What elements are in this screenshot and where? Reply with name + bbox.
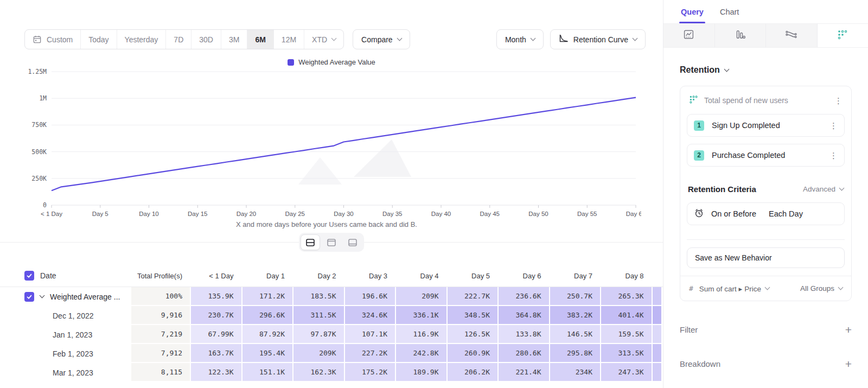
advanced-dropdown[interactable]: Advanced — [803, 185, 844, 193]
metric-dropdown[interactable]: Sum of cart ▸ Price — [699, 284, 769, 293]
table-row[interactable]: Dec 1, 20229,916230.7K296.6K311.5K324.6K… — [0, 306, 663, 325]
column-header-date: Date — [0, 265, 131, 287]
column-header: Day 3 — [344, 265, 395, 287]
column-header: Day 8 — [600, 265, 652, 287]
range-custom[interactable]: Custom — [25, 30, 81, 49]
retention-curve-icon — [559, 34, 569, 44]
total-profiles-cell: 7,912 — [131, 344, 190, 363]
checkbox-checked[interactable] — [24, 271, 34, 281]
x-axis-label: Day 5 — [92, 211, 108, 217]
retention-value-cell: 209K — [395, 287, 446, 306]
table-row[interactable]: Weighted Average ...100%135.9K171.2K183.… — [0, 287, 663, 306]
save-as-new-behavior-button[interactable]: Save as New Behavior — [687, 247, 845, 268]
add-breakdown-button[interactable]: + — [845, 358, 852, 370]
overflow-cell — [652, 344, 661, 363]
retention-value-cell: 236.6K — [497, 287, 549, 306]
retention-value-cell: 162.3K — [292, 363, 344, 382]
retention-value-cell: 107.1K — [344, 325, 395, 344]
table-row[interactable]: Feb 1, 20237,912163.7K195.4K209K227.2K24… — [0, 344, 663, 363]
date-range-group: CustomTodayYesterday7D30D3M6M12MXTD — [24, 29, 344, 49]
all-groups-dropdown[interactable]: All Groups — [800, 284, 843, 292]
table-row[interactable]: Jan 1, 20237,21967.99K87.92K97.87K107.1K… — [0, 325, 663, 344]
retention-value-cell: 247.3K — [600, 363, 652, 382]
retention-value-cell: 221.4K — [497, 363, 549, 382]
chart-canvas: 1.25M1M750K500K250K0< 1 DayDay 5Day 10Da… — [12, 67, 641, 220]
watermark-triangle — [354, 139, 411, 177]
chevron-down-icon — [633, 36, 638, 41]
retention-value-cell: 67.99K — [190, 325, 241, 344]
retention-value-cell: 260.9K — [446, 344, 498, 363]
retention-value-cell: 189.9K — [395, 363, 446, 382]
breakdown-label: Breakdown — [680, 359, 720, 368]
chart-legend: Weighted Average Value — [0, 58, 663, 66]
criteria-value[interactable]: Each Day — [769, 209, 803, 218]
granularity-dropdown[interactable]: Month — [496, 29, 544, 49]
table-view-button[interactable] — [343, 234, 362, 250]
retention-value-cell: 364.8K — [497, 306, 549, 325]
retention-section-dropdown[interactable]: Retention — [680, 65, 852, 75]
compare-button[interactable]: Compare — [353, 29, 410, 49]
kebab-menu-icon[interactable]: ⋮ — [834, 97, 843, 105]
x-axis-label: Day 30 — [334, 211, 353, 217]
y-axis-label: 1M — [39, 94, 47, 102]
retention-criteria-card[interactable]: On or Before Each Day — [687, 202, 845, 225]
retention-value-cell: 209K — [292, 344, 344, 363]
retention-value-cell: 97.87K — [292, 325, 344, 344]
range-12m[interactable]: 12M — [274, 30, 304, 49]
retention-value-cell: 383.2K — [549, 306, 601, 325]
funnel-chart-icon-tab[interactable] — [715, 24, 767, 47]
retention-value-cell: 222.7K — [446, 287, 498, 306]
split-view-button[interactable] — [301, 234, 320, 250]
add-filter-button[interactable]: + — [845, 324, 852, 335]
retention-value-cell: 250.7K — [549, 287, 601, 306]
behavior-step[interactable]: 1Sign Up Completed⋮ — [687, 114, 845, 137]
range-today[interactable]: Today — [81, 30, 117, 49]
tab-chart[interactable]: Chart — [720, 0, 739, 23]
column-header: Day 5 — [446, 265, 498, 287]
chart-type-dropdown[interactable]: Retention Curve — [550, 29, 646, 49]
retention-value-cell: 265.3K — [600, 287, 652, 306]
x-axis-label: Day 55 — [577, 211, 597, 217]
criteria-operator[interactable]: On or Before — [711, 209, 756, 218]
range-7d[interactable]: 7D — [166, 30, 192, 49]
retention-value-cell: 336.1K — [395, 306, 446, 325]
range-6m[interactable]: 6M — [247, 30, 273, 49]
retention-value-cell: 227.2K — [344, 344, 395, 363]
behavior-header: Total spend of new users ⋮ — [687, 94, 845, 107]
groups-label: All Groups — [800, 284, 834, 292]
retention-curve-line — [52, 98, 636, 191]
behavior-step[interactable]: 2Purchase Completed⋮ — [687, 144, 845, 167]
retention-value-cell: 151.1K — [241, 363, 293, 382]
retention-value-cell: 348.5K — [446, 306, 498, 325]
chart-view-button[interactable] — [322, 234, 341, 250]
total-profiles-cell: 8,115 — [131, 363, 190, 382]
range-xtd[interactable]: XTD — [304, 30, 343, 49]
kebab-menu-icon[interactable]: ⋮ — [829, 122, 838, 130]
flows-chart-icon-tab[interactable] — [766, 24, 818, 47]
insights-chart-icon-tab[interactable] — [663, 24, 715, 47]
chevron-down-icon[interactable] — [40, 293, 45, 298]
overflow-cell — [652, 306, 661, 325]
filter-label: Filter — [680, 325, 698, 334]
column-header: Day 2 — [292, 265, 344, 287]
chevron-down-icon — [331, 36, 337, 41]
step-event-label: Sign Up Completed — [712, 121, 780, 130]
retention-line-chart[interactable]: 1.25M1M750K500K250K0< 1 DayDay 5Day 10Da… — [12, 67, 663, 220]
range-30d[interactable]: 30D — [192, 30, 221, 49]
kebab-menu-icon[interactable]: ⋮ — [829, 151, 838, 160]
chart-caption: X and more days before your Users came b… — [12, 220, 641, 228]
checkbox-checked[interactable] — [24, 292, 34, 302]
x-axis-label: Day 25 — [285, 211, 305, 217]
retention-value-cell: 87.92K — [241, 325, 293, 344]
range-yesterday[interactable]: Yesterday — [117, 30, 167, 49]
query-builder: Retention Total spend of new users ⋮ 1Si… — [663, 65, 868, 370]
retention-chart-icon-tab[interactable] — [818, 24, 868, 47]
x-axis-label: < 1 Day — [41, 211, 62, 217]
x-axis-label: Day 35 — [382, 211, 402, 217]
tab-query[interactable]: Query — [681, 0, 704, 23]
chevron-down-icon — [397, 36, 402, 41]
retention-value-cell: 126.5K — [446, 325, 498, 344]
table-row[interactable]: Mar 1, 20238,115122.3K151.1K162.3K175.2K… — [0, 363, 663, 382]
range-3m[interactable]: 3M — [221, 30, 247, 49]
chevron-down-icon — [764, 285, 770, 290]
